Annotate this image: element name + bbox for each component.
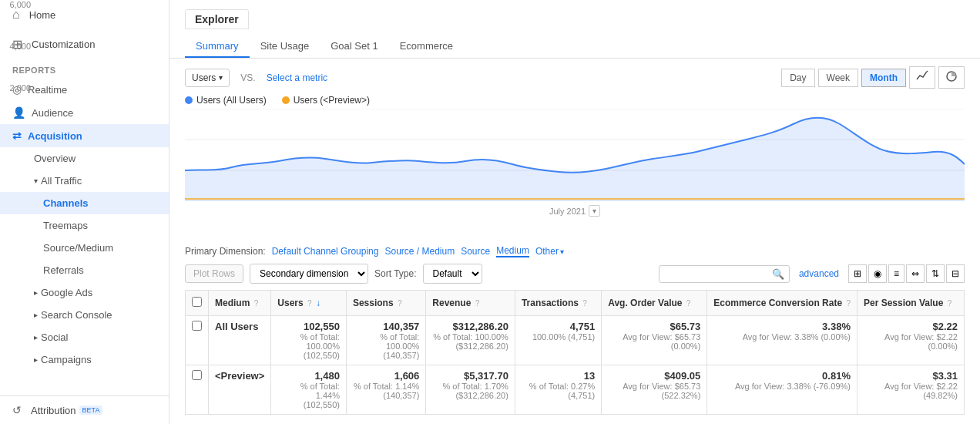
col-per-session-help: ? [948, 299, 952, 308]
dim-link-source[interactable]: Source [461, 246, 490, 257]
dim-link-other[interactable]: Other ▾ [535, 246, 564, 257]
row-transactions-value: 4,751 [522, 321, 595, 332]
dim-link-default-channel[interactable]: Default Channel Grouping [272, 246, 379, 257]
sidebar-item-all-traffic[interactable]: ▾ All Traffic [0, 170, 169, 192]
row-medium-cell: All Users [209, 316, 271, 365]
row-sessions-cell: 140,357 % of Total: 100.00% (140,357) [346, 316, 425, 365]
row-medium-value: <Preview> [215, 370, 264, 382]
grid-view-button[interactable]: ⊞ [848, 264, 867, 283]
sidebar-item-label: Attribution [31, 405, 76, 416]
col-sessions[interactable]: Sessions ? [346, 291, 425, 316]
table-view-button[interactable]: ⊟ [946, 264, 965, 283]
metric-selector[interactable]: Users ▾ [185, 69, 230, 87]
sidebar-item-label: Overview [34, 153, 76, 164]
week-button[interactable]: Week [818, 69, 858, 87]
line-chart-svg [185, 109, 965, 201]
attribution-icon: ↺ [12, 404, 22, 416]
day-button[interactable]: Day [781, 69, 814, 87]
month-button[interactable]: Month [861, 69, 906, 87]
comparison-view-button[interactable]: ⇔ [906, 264, 925, 283]
row-per-session-value: $3.31 [864, 370, 958, 382]
bar-view-button[interactable]: ≡ [888, 264, 904, 283]
dim-link-source-medium[interactable]: Source / Medium [384, 246, 455, 257]
search-icon[interactable]: 🔍 [772, 268, 784, 280]
col-transactions[interactable]: Transactions ? [515, 291, 601, 316]
row-transactions-cell: 13 % of Total: 0.27% (4,751) [515, 365, 601, 415]
pie-view-button[interactable]: ◉ [868, 264, 887, 283]
sidebar-item-search-console[interactable]: ▸ Search Console [0, 304, 169, 326]
table-controls: Plot Rows Secondary dimension Sort Type:… [185, 264, 965, 284]
sidebar-item-social[interactable]: ▸ Social [0, 326, 169, 348]
select-all-checkbox[interactable] [192, 297, 202, 307]
col-avg-order-value[interactable]: Avg. Order Value ? [602, 291, 707, 316]
row-checkbox[interactable] [192, 321, 202, 331]
sidebar-item-audience[interactable]: 👤 Audience [0, 101, 169, 124]
row-medium-value: All Users [215, 321, 264, 332]
tab-site-usage[interactable]: Site Usage [250, 35, 321, 58]
sidebar-item-campaigns[interactable]: ▸ Campaigns [0, 348, 169, 371]
pie-chart-button[interactable] [938, 66, 965, 89]
row-transactions-sub: % of Total: 0.27% (4,751) [522, 382, 595, 400]
row-revenue-value: $312,286.20 [432, 321, 508, 332]
col-per-session-value[interactable]: Per Session Value ? [857, 291, 964, 316]
chart-wrapper: 6,000 4,000 2,000 [185, 109, 965, 217]
sidebar-item-attribution[interactable]: ↺ Attribution BETA [0, 395, 169, 424]
col-revenue-label: Revenue [432, 298, 471, 308]
other-chevron-icon: ▾ [560, 247, 564, 256]
row-transactions-value: 13 [522, 370, 595, 382]
pie-chart-icon [945, 70, 958, 82]
legend-all-users: Users (All Users) [185, 95, 267, 106]
tab-bar: Summary Site Usage Goal Set 1 Ecommerce [185, 29, 965, 58]
x-axis-label: July 2021 ▾ [185, 205, 965, 217]
tab-goal-set-1[interactable]: Goal Set 1 [320, 35, 388, 58]
row-conversion-sub: Avg for View: 3.38% (-76.09%) [713, 382, 851, 391]
dim-link-medium[interactable]: Medium [496, 245, 529, 257]
select-metric-link[interactable]: Select a metric [267, 72, 327, 83]
sidebar-item-label: Social [41, 331, 68, 343]
sidebar-item-treemaps[interactable]: Treemaps [0, 214, 169, 237]
sidebar-item-channels[interactable]: Channels [0, 192, 169, 214]
tab-ecommerce[interactable]: Ecommerce [389, 35, 464, 58]
col-users-help: ? [307, 299, 312, 308]
sidebar-item-referrals[interactable]: Referrals [0, 259, 169, 281]
legend-preview: Users (<Preview>) [282, 95, 370, 106]
row-checkbox[interactable] [192, 370, 202, 380]
sidebar-item-label: Google Ads [41, 287, 92, 298]
sidebar-item-label: Source/Medium [43, 242, 113, 254]
pivot-view-button[interactable]: ⇅ [926, 264, 945, 283]
search-input[interactable] [664, 268, 772, 279]
table-row: <Preview> 1,480 % of Total: 1.44% (102,5… [186, 365, 965, 415]
row-users-value: 102,550 [277, 321, 340, 332]
line-chart-icon [916, 70, 928, 82]
sidebar-item-acquisition[interactable]: ⇄ Acquisition [0, 124, 169, 147]
row-avg-order-value: $409.05 [608, 370, 700, 382]
search-box: 🔍 [659, 265, 790, 283]
advanced-link[interactable]: advanced [799, 268, 839, 279]
sidebar-item-label: All Traffic [41, 175, 82, 187]
col-avg-order-label: Avg. Order Value [608, 298, 682, 308]
col-medium-label: Medium [215, 298, 250, 308]
col-ecommerce-conversion[interactable]: Ecommerce Conversion Rate ? [707, 291, 858, 316]
sidebar-item-label: Campaigns [41, 354, 92, 365]
primary-dim-label: Primary Dimension: [185, 246, 266, 257]
col-per-session-label: Per Session Value [864, 298, 943, 308]
sidebar-item-label: Treemaps [43, 220, 88, 231]
sidebar-item-source-medium[interactable]: Source/Medium [0, 237, 169, 259]
row-users-value: 1,480 [277, 370, 340, 382]
row-conversion-sub: Avg for View: 3.38% (0.00%) [713, 332, 851, 342]
chevron-down-icon: ▾ [219, 73, 223, 82]
col-users[interactable]: Users ? ↓ [271, 291, 347, 316]
legend-dot-all-users [185, 96, 193, 104]
sidebar-item-overview[interactable]: Overview [0, 147, 169, 170]
expand-icon: ▸ [34, 311, 38, 319]
row-revenue-cell: $5,317.70 % of Total: 1.70% ($312,286.20… [426, 365, 515, 415]
sort-type-select[interactable]: Default [423, 264, 482, 284]
x-label-chevron[interactable]: ▾ [589, 205, 600, 217]
tab-summary[interactable]: Summary [185, 35, 250, 58]
sidebar-item-google-ads[interactable]: ▸ Google Ads [0, 281, 169, 304]
sort-arrow-icon: ↓ [316, 298, 321, 308]
line-chart-button[interactable] [909, 66, 935, 89]
col-revenue[interactable]: Revenue ? [426, 291, 515, 316]
secondary-dimension-select[interactable]: Secondary dimension [250, 264, 368, 284]
plot-rows-button[interactable]: Plot Rows [185, 264, 243, 283]
